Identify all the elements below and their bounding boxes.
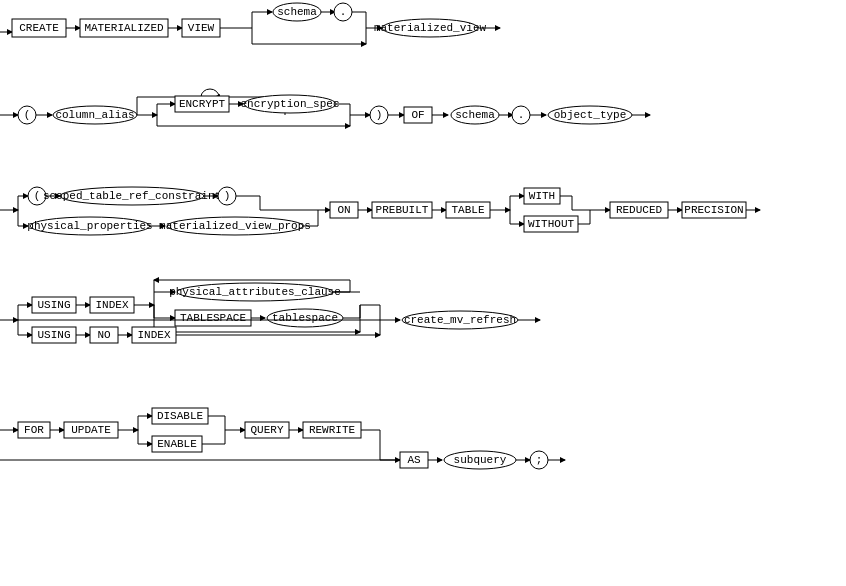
dot-text-1: .	[340, 6, 347, 18]
column-alias-text: column_alias	[55, 109, 134, 121]
physical-attributes-text: physical_attributes_clause	[169, 286, 341, 298]
svg-text:.: .	[518, 109, 525, 121]
create-mv-refresh-text: create_mv_refresh	[404, 314, 516, 326]
as-label: AS	[407, 454, 421, 466]
svg-text:(: (	[24, 109, 31, 121]
disable-label: DISABLE	[157, 410, 204, 422]
rewrite-label: REWRITE	[309, 424, 356, 436]
tablespace-text: tablespace	[272, 312, 338, 324]
update-label: UPDATE	[71, 424, 111, 436]
svg-text:): )	[224, 190, 231, 202]
for-label: FOR	[24, 424, 44, 436]
materialized-label: MATERIALIZED	[84, 22, 164, 34]
schema-text-2: schema	[455, 109, 495, 121]
no-label: NO	[97, 329, 111, 341]
encrypt-label: ENCRYPT	[179, 98, 226, 110]
create-label: CREATE	[19, 22, 59, 34]
index-label-2: INDEX	[137, 329, 170, 341]
table-label: TABLE	[451, 204, 484, 216]
query-label: QUERY	[250, 424, 283, 436]
using-label-1: USING	[37, 299, 70, 311]
without-label: WITHOUT	[528, 218, 575, 230]
subquery-text: subquery	[454, 454, 507, 466]
syntax-diagram: CREATE MATERIALIZED VIEW schema . materi…	[0, 0, 846, 586]
materialized-view-text: materialized_view	[374, 22, 487, 34]
physical-properties-text: physical_properties	[27, 220, 152, 232]
on-label: ON	[337, 204, 350, 216]
of-label: OF	[411, 109, 424, 121]
materialized-view-props-text: materialized_view_props	[159, 220, 311, 232]
enable-label: ENABLE	[157, 438, 197, 450]
object-type-text: object_type	[554, 109, 627, 121]
view-label: VIEW	[188, 22, 215, 34]
svg-text:): )	[376, 109, 383, 121]
using-label-2: USING	[37, 329, 70, 341]
schema-text-1: schema	[277, 6, 317, 18]
scoped-table-ref-text: scoped_table_ref_constraint	[43, 190, 221, 202]
prebuilt-label: PREBUILT	[376, 204, 429, 216]
with-label: WITH	[529, 190, 555, 202]
encryption-spec-text: encryption_spec	[240, 98, 339, 110]
svg-text:(: (	[34, 190, 41, 202]
semicolon-text: ;	[536, 454, 543, 466]
tablespace-label: TABLESPACE	[180, 312, 246, 324]
index-label-1: INDEX	[95, 299, 128, 311]
precision-label: PRECISION	[684, 204, 743, 216]
reduced-label: REDUCED	[616, 204, 663, 216]
